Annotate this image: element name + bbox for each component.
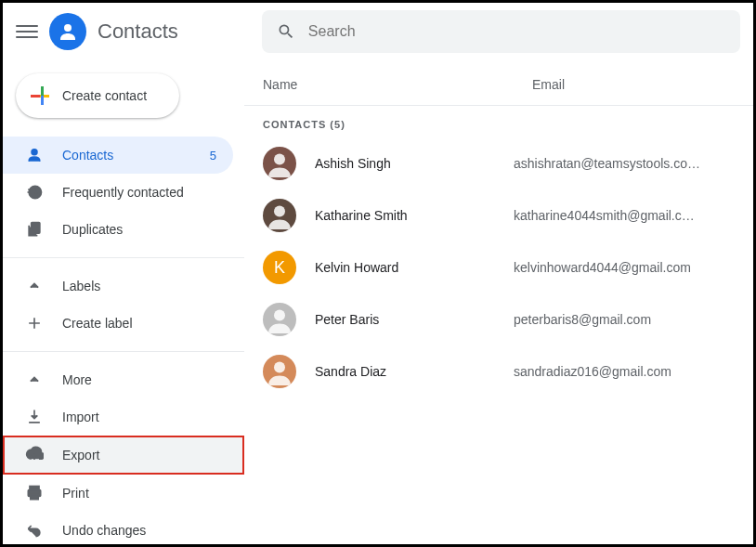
undo-icon xyxy=(25,521,44,540)
svg-point-7 xyxy=(274,154,285,165)
svg-point-1 xyxy=(32,150,37,155)
header: Contacts xyxy=(3,3,753,60)
contact-email: peterbaris8@gmail.com xyxy=(514,312,753,327)
sidebar-item-label: Import xyxy=(62,410,216,424)
avatar xyxy=(263,355,296,388)
svg-point-8 xyxy=(274,206,285,217)
sidebar-item-label: Export xyxy=(62,448,226,462)
contacts-logo xyxy=(49,13,86,50)
contact-name: Kelvin Howard xyxy=(296,260,514,275)
avatar: K xyxy=(263,251,296,284)
search-icon xyxy=(277,22,295,41)
sidebar-item-contacts[interactable]: Contacts 5 xyxy=(3,137,233,174)
app-title: Contacts xyxy=(98,20,178,44)
contact-email: katharine4044smith@gmail.c… xyxy=(514,208,753,223)
sidebar-item-label: Print xyxy=(62,486,216,501)
contacts-count: 5 xyxy=(210,149,216,163)
sidebar-item-frequent[interactable]: Frequently contacted xyxy=(3,174,233,211)
sidebar-item-undo[interactable]: Undo changes xyxy=(3,512,233,547)
contact-name: Sandra Diaz xyxy=(296,364,514,379)
sidebar-item-create-label[interactable]: Create label xyxy=(3,305,233,342)
contact-name: Ashish Singh xyxy=(296,156,514,171)
history-icon xyxy=(25,183,44,202)
contact-row[interactable]: Sandra Diazsandradiaz016@gmail.com xyxy=(244,345,753,397)
column-name: Name xyxy=(263,77,532,92)
contact-email: ashishratan@teamsystools.co… xyxy=(514,156,753,171)
contact-name: Peter Baris xyxy=(296,312,514,327)
column-email: Email xyxy=(532,77,753,92)
sidebar-item-print[interactable]: Print xyxy=(3,475,233,512)
svg-rect-6 xyxy=(31,495,38,500)
search-input[interactable] xyxy=(308,23,725,40)
contact-name: Katharine Smith xyxy=(296,208,514,223)
export-icon xyxy=(25,446,44,464)
avatar xyxy=(263,199,296,232)
person-icon xyxy=(25,146,44,164)
contact-list: Ashish Singhashishratan@teamsystools.co…… xyxy=(244,137,753,397)
sidebar-item-import[interactable]: Import xyxy=(3,398,233,436)
svg-point-0 xyxy=(64,24,72,32)
plus-icon xyxy=(29,85,51,107)
contact-row[interactable]: Ashish Singhashishratan@teamsystools.co… xyxy=(244,137,753,189)
sidebar-item-label: Undo changes xyxy=(62,523,216,538)
create-contact-label: Create contact xyxy=(62,88,147,103)
duplicates-icon xyxy=(25,220,44,239)
search-box[interactable] xyxy=(262,10,740,53)
avatar xyxy=(263,303,296,336)
sidebar-item-duplicates[interactable]: Duplicates xyxy=(3,211,233,248)
svg-point-10 xyxy=(274,362,285,373)
create-contact-button[interactable]: Create contact xyxy=(16,73,179,118)
contact-row[interactable]: Peter Barispeterbaris8@gmail.com xyxy=(244,293,753,345)
avatar xyxy=(263,147,296,180)
menu-icon[interactable] xyxy=(16,20,38,43)
sidebar-item-label: Create label xyxy=(62,316,216,331)
sidebar-item-export[interactable]: Export xyxy=(3,436,244,475)
sidebar-item-labels[interactable]: Labels xyxy=(3,267,233,305)
column-headers: Name Email xyxy=(244,77,753,106)
divider xyxy=(3,257,244,258)
chevron-up-icon xyxy=(25,371,44,389)
contact-row[interactable]: Katharine Smithkatharine4044smith@gmail.… xyxy=(244,189,753,241)
sidebar-item-label: More xyxy=(62,372,216,387)
import-icon xyxy=(25,408,44,426)
contact-email: kelvinhoward4044@gmail.com xyxy=(514,260,753,275)
print-icon xyxy=(25,484,44,502)
section-label: CONTACTS (5) xyxy=(244,106,753,137)
content: Name Email CONTACTS (5) Ashish Singhashi… xyxy=(244,60,753,544)
chevron-up-icon xyxy=(25,277,44,295)
divider xyxy=(3,351,244,352)
sidebar-item-label: Contacts xyxy=(62,148,191,163)
contact-row[interactable]: KKelvin Howardkelvinhoward4044@gmail.com xyxy=(244,241,753,293)
sidebar-item-label: Labels xyxy=(62,279,216,293)
svg-point-9 xyxy=(274,310,285,321)
sidebar-item-label: Duplicates xyxy=(62,222,216,237)
contact-email: sandradiaz016@gmail.com xyxy=(514,364,753,379)
plus-small-icon xyxy=(25,314,44,332)
sidebar: Create contact Contacts 5 Frequently con… xyxy=(3,60,244,544)
sidebar-item-more[interactable]: More xyxy=(3,361,233,398)
sidebar-item-label: Frequently contacted xyxy=(62,185,216,200)
